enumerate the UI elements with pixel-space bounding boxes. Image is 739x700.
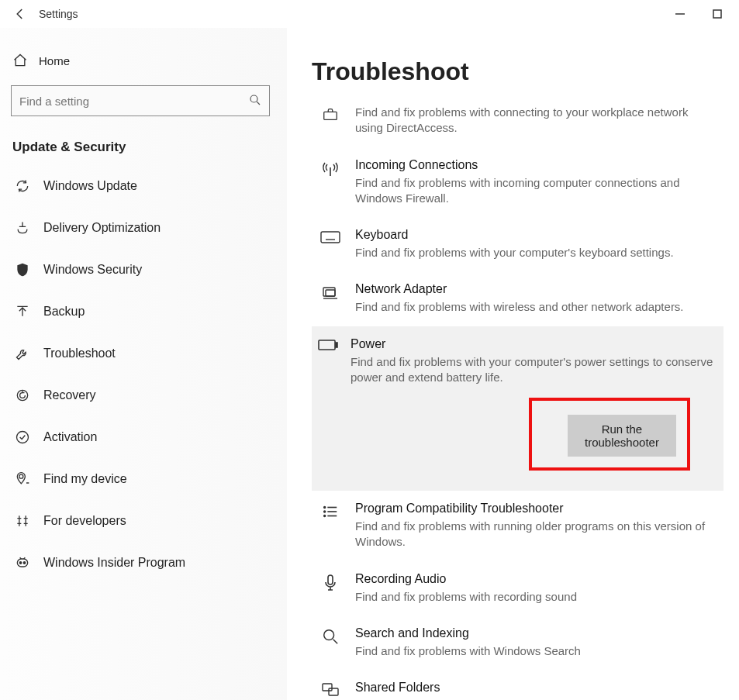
sidebar-section-title: Update & Security [8,132,273,167]
sidebar-item-label: Windows Insider Program [43,556,185,570]
content-pane: Troubleshoot Find and fix problems with … [287,28,739,700]
sidebar-item-windows-security[interactable]: Windows Security [8,251,273,288]
search-input[interactable] [11,85,270,116]
back-button[interactable] [5,7,36,21]
search-icon [248,93,262,107]
sidebar-item-label: Windows Update [43,179,137,193]
svg-rect-19 [326,290,335,296]
troubleshooter-list: Find and fix problems with connecting to… [312,94,723,700]
refresh-icon [14,178,31,194]
svg-line-3 [257,102,260,105]
sidebar-item-label: Recovery [43,388,96,402]
svg-point-6 [19,474,23,478]
mic-icon [318,572,343,605]
ts-desc: Find and fix problems with incoming comp… [355,175,717,207]
home-label: Home [39,54,70,67]
sidebar-item-activation[interactable]: Activation [8,419,273,456]
svg-point-2 [250,95,257,102]
sidebar-item-windows-update[interactable]: Windows Update [8,167,273,205]
sidebar-item-recovery[interactable]: Recovery [8,377,273,414]
shield-icon [14,262,31,278]
ts-desc: Find and fix problems with your computer… [355,245,717,260]
ts-item-recording-audio[interactable]: Recording Audio Find and fix problems wi… [312,561,723,616]
minimize-button[interactable] [671,9,689,19]
svg-point-30 [324,630,334,640]
svg-rect-22 [336,343,337,347]
ts-desc: Find and fix problems with your computer… [351,354,720,386]
svg-point-8 [19,562,22,564]
ts-item-directaccess[interactable]: Find and fix problems with connecting to… [312,94,723,147]
sidebar-nav: Windows Update Delivery Optimization Win… [8,167,273,581]
list-icon [318,502,343,550]
search-wrap [11,85,270,116]
ts-desc: Find and fix problems with Windows Searc… [355,643,717,659]
delivery-icon [14,220,31,236]
svg-rect-33 [329,688,338,695]
sidebar-item-troubleshoot[interactable]: Troubleshoot [8,335,273,372]
svg-point-5 [17,432,29,443]
ts-item-program-compatibility[interactable]: Program Compatibility Troubleshooter Fin… [312,491,723,561]
ts-desc: Find and fix problems with running older… [355,519,717,550]
svg-point-9 [23,562,26,564]
sidebar-item-label: Activation [43,430,97,444]
ts-item-network-adapter[interactable]: Network Adapter Find and fix problems wi… [312,271,723,326]
briefcase-icon [318,105,343,136]
home-nav[interactable]: Home [8,45,273,85]
svg-point-27 [324,516,326,517]
ts-item-shared-folders[interactable]: Shared Folders Find and fix problems wit… [312,670,723,700]
svg-rect-21 [319,340,335,350]
sidebar-item-windows-insider[interactable]: Windows Insider Program [8,544,273,581]
ts-title: Shared Folders [355,681,717,695]
sidebar: Home Update & Security Windows Update De… [0,28,287,700]
sidebar-item-backup[interactable]: Backup [8,293,273,330]
battery-icon [318,337,338,471]
window-title: Settings [36,8,671,20]
svg-rect-1 [713,10,721,18]
svg-point-23 [324,507,326,509]
network-adapter-icon [318,282,343,315]
sidebar-item-for-developers[interactable]: For developers [8,502,273,540]
ts-desc: Find and fix problems with recording sou… [355,589,717,605]
highlight-annotation: Run the troubleshooter [529,398,690,471]
svg-rect-18 [323,288,335,296]
ts-item-search-indexing[interactable]: Search and Indexing Find and fix problem… [312,616,723,670]
svg-rect-32 [323,684,332,691]
sidebar-item-find-my-device[interactable]: Find my device [8,460,273,498]
sidebar-item-label: For developers [43,514,126,528]
ts-item-power[interactable]: Power Find and fix problems with your co… [312,326,723,491]
ts-desc: Find and fix problems with connecting to… [355,105,717,136]
sidebar-item-label: Find my device [43,472,127,486]
svg-rect-10 [324,112,337,119]
check-circle-icon [14,429,31,445]
developers-icon [14,513,31,529]
svg-line-31 [333,639,338,643]
wrench-icon [14,346,31,361]
ts-title: Power [351,337,720,351]
sidebar-item-delivery-optimization[interactable]: Delivery Optimization [8,209,273,247]
svg-rect-7 [17,559,27,567]
home-icon [12,53,28,68]
ts-title: Incoming Connections [355,158,717,172]
location-icon [14,471,31,487]
svg-rect-11 [321,232,340,243]
sidebar-item-label: Backup [43,305,85,319]
antenna-icon [318,158,343,207]
ts-title: Search and Indexing [355,626,717,640]
titlebar: Settings [0,0,739,28]
backup-icon [14,304,31,319]
shared-folders-icon [318,681,343,700]
ts-title: Recording Audio [355,572,717,586]
ts-item-keyboard[interactable]: Keyboard Find and fix problems with your… [312,217,723,271]
ts-item-incoming-connections[interactable]: Incoming Connections Find and fix proble… [312,147,723,218]
ts-desc: Find and fix problems with wireless and … [355,299,717,315]
ts-title: Keyboard [355,228,717,242]
run-troubleshooter-button[interactable]: Run the troubleshooter [568,415,676,457]
maximize-button[interactable] [708,9,727,19]
sidebar-item-label: Delivery Optimization [43,221,161,235]
ts-title: Program Compatibility Troubleshooter [355,502,717,516]
insider-icon [14,555,31,571]
sidebar-item-label: Windows Security [43,263,142,277]
keyboard-icon [318,228,343,260]
page-title: Troubleshoot [312,57,723,86]
ts-title: Network Adapter [355,282,717,296]
